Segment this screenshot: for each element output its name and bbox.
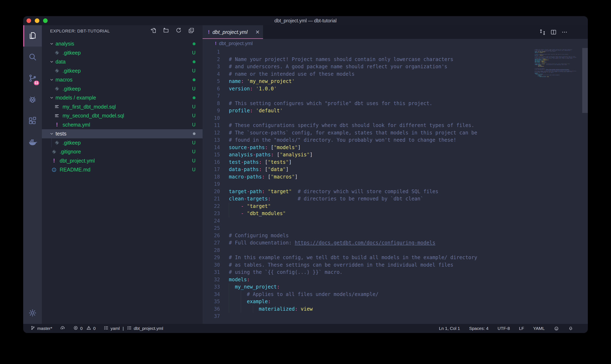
code-line: 23 - "dbt_modules" — [203, 210, 532, 217]
zoom-window-button[interactable] — [43, 18, 48, 23]
code-line: 18macro-paths: ["macros"] — [203, 173, 532, 181]
tree-item-.gitkeep[interactable]: .gitkeepU — [42, 66, 203, 76]
tree-item-label: .gitignore — [60, 149, 81, 155]
tree-item-dbt-project.yml[interactable]: !dbt_project.ymlU — [42, 156, 203, 166]
explorer-sidebar: EXPLORER: DBT-TUTORIAL analysis.gitkeepU… — [42, 25, 203, 324]
untracked-badge: U — [192, 140, 203, 146]
status-separator: | — [123, 326, 124, 331]
warning-icon — [86, 325, 91, 332]
activity-item-search[interactable] — [23, 47, 42, 68]
tree-item-.gitkeep[interactable]: .gitkeepU — [42, 138, 203, 147]
code-area[interactable]: 12# Name your project! Project names sho… — [203, 48, 532, 320]
code-line: 26# Configuring models — [203, 232, 532, 239]
code-line: 28 — [203, 247, 532, 254]
tree-item-my-second-dbt-model.sql[interactable]: my_second_dbt_model.sqlU — [42, 111, 203, 120]
minimap[interactable]: # Name your project! Project names shoul… — [535, 48, 582, 78]
tree-item-label: tests — [56, 131, 67, 137]
tree-item-label: analysis — [56, 41, 74, 47]
refresh-button[interactable] — [175, 27, 182, 35]
tree-item-label: macros — [56, 77, 72, 83]
code-line: 37 — [203, 313, 532, 320]
problems-status[interactable]: 0 0 — [73, 325, 96, 332]
activity-item-docker[interactable] — [23, 132, 42, 153]
tree-item-data[interactable]: data — [42, 57, 203, 66]
line-number: 6 — [203, 85, 220, 93]
untracked-badge: U — [192, 113, 203, 118]
tree-item-.gitkeep[interactable]: .gitkeepU — [42, 48, 203, 57]
editor-group: ! dbt_project.yml ✕ ! dbt_project.yml 12… — [203, 25, 588, 324]
code-line: 25 — [203, 225, 532, 232]
tree-item-schema.yml[interactable]: !schema.ymlU — [42, 120, 203, 130]
activity-item-source-control[interactable]: 11 — [23, 68, 42, 89]
new-folder-icon — [163, 27, 169, 35]
close-tab-icon[interactable]: ✕ — [255, 29, 260, 35]
code-line: 34 # Applies to all files under models/e… — [203, 291, 532, 298]
open-changes-button[interactable] — [539, 29, 546, 36]
tree-item-.gitignore[interactable]: .gitignoreU — [42, 147, 203, 156]
activity-item-settings[interactable] — [23, 303, 42, 324]
docker-icon — [28, 137, 37, 148]
line-number: 25 — [203, 225, 220, 232]
line-number: 34 — [203, 291, 220, 298]
breadcrumb[interactable]: ! dbt_project.yml — [203, 39, 588, 48]
line-number: 37 — [203, 313, 220, 320]
schema-mode: yaml — [111, 326, 120, 331]
cursor-position[interactable]: Ln 1, Col 1 — [439, 326, 460, 331]
code-editor[interactable]: 12# Name your project! Project names sho… — [203, 48, 588, 324]
tree-item-label: data — [56, 59, 66, 65]
language-mode[interactable]: YAML — [533, 326, 545, 331]
activity-item-debug[interactable] — [23, 89, 42, 110]
yaml-file-status[interactable]: dbt_project.yml — [127, 325, 163, 332]
tree-item-models-example[interactable]: models / example — [42, 93, 203, 102]
breadcrumb-item[interactable]: dbt_project.yml — [219, 40, 253, 46]
chevron-down-icon — [49, 77, 56, 82]
line-number: 20 — [203, 188, 220, 195]
line-number: 7 — [203, 92, 220, 100]
chevron-down-icon — [49, 131, 56, 136]
close-window-button[interactable] — [27, 18, 31, 23]
tree-item-.gitkeep[interactable]: .gitkeepU — [42, 84, 203, 93]
vscode-window: dbt_project.yml — dbt-tutorial 11 EXPLOR… — [23, 16, 588, 333]
tree-item-tests[interactable]: tests — [42, 129, 203, 138]
tree-item-readme.md[interactable]: README.mdU — [42, 165, 203, 174]
tree-item-analysis[interactable]: analysis — [42, 39, 203, 48]
notifications-bell-icon[interactable] — [568, 326, 573, 331]
code-line: 4# name or the intended use of these mod… — [203, 71, 532, 78]
line-number: 13 — [203, 136, 220, 144]
line-number: 16 — [203, 159, 220, 166]
line-number: 10 — [203, 115, 220, 122]
yaml-file-icon: ! — [51, 158, 57, 164]
code-line: 2# Name your project! Project names shou… — [203, 56, 532, 63]
git-status-dot — [193, 96, 203, 99]
feedback-smiley-icon[interactable] — [554, 326, 559, 331]
activity-item-extensions[interactable] — [23, 110, 42, 132]
search-icon — [28, 52, 37, 63]
git-branch-icon — [30, 325, 35, 332]
eol-setting[interactable]: LF — [519, 326, 524, 331]
code-line: 8# This setting configures which "profil… — [203, 100, 532, 107]
indentation-setting[interactable]: Spaces: 4 — [469, 326, 488, 331]
encoding-setting[interactable]: UTF-8 — [498, 326, 510, 331]
activity-item-explorer[interactable] — [23, 25, 42, 47]
split-editor-button[interactable] — [550, 29, 557, 36]
tree-item-label: my_first_dbt_model.sql — [63, 104, 116, 110]
code-line: 6version: '1.0.0' — [203, 85, 532, 93]
scrollbar-thumb[interactable] — [582, 48, 588, 113]
new-file-button[interactable] — [150, 27, 157, 35]
tab-dbt-project-yml[interactable]: ! dbt_project.yml ✕ — [203, 25, 263, 39]
tree-item-my-first-dbt-model.sql[interactable]: my_first_dbt_model.sqlU — [42, 102, 203, 111]
sync-button[interactable] — [60, 325, 65, 332]
git-status-dot — [193, 78, 203, 81]
code-line: 12# The `source-paths` config, for examp… — [203, 129, 532, 137]
minimize-window-button[interactable] — [35, 18, 39, 23]
code-line: 35 example: — [203, 298, 532, 305]
tree-item-macros[interactable]: macros — [42, 75, 203, 84]
collapse-all-button[interactable] — [188, 27, 195, 35]
yaml-file-icon: ! — [208, 29, 210, 35]
yaml-schema-status[interactable]: yaml — [104, 325, 120, 332]
git-file-icon — [54, 86, 60, 92]
new-folder-button[interactable] — [163, 27, 169, 35]
git-branch-status[interactable]: master* — [30, 325, 52, 332]
chevron-down-icon — [49, 59, 56, 64]
more-actions-button[interactable] — [561, 29, 568, 36]
